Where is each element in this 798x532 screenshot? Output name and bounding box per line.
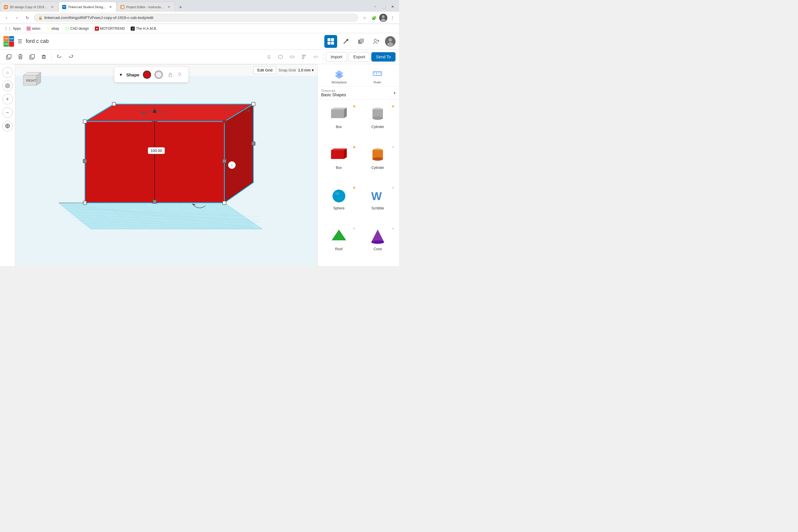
paste-button[interactable]: [15, 52, 26, 62]
shape-item-roof-green[interactable]: ★ Roof: [320, 224, 358, 264]
project-title[interactable]: ford c cab: [26, 38, 321, 44]
home-view-button[interactable]: ⌂: [2, 67, 13, 78]
shape-color-solid[interactable]: [143, 71, 151, 79]
delete-button[interactable]: [38, 52, 49, 62]
star-cylinder-orange[interactable]: ★: [391, 145, 395, 149]
bookmark-motortrend[interactable]: M MOTORTREND: [93, 26, 127, 31]
toolbar-separator-2: [323, 53, 323, 61]
profile-avatar[interactable]: [379, 14, 387, 22]
star-cone-purple[interactable]: ★: [391, 226, 395, 231]
star-icon[interactable]: ☆: [361, 14, 369, 22]
shape-item-box-gray[interactable]: ★ Box: [320, 102, 358, 142]
url-box[interactable]: 🔒 tinkercad.com/things/ltNPTvPowcJ-copy-…: [34, 14, 358, 22]
cad-favicon: [65, 26, 69, 31]
shape-item-cylinder-gray[interactable]: ★ Cylinder: [359, 102, 397, 142]
shape-item-cone-purple[interactable]: ★ Cone: [359, 224, 397, 264]
menu-hamburger-icon[interactable]: ☰: [18, 38, 22, 45]
export-button[interactable]: Export: [348, 52, 370, 62]
tinkercad-logo[interactable]: TIN KER CAD: [3, 36, 14, 47]
bookmark-seton[interactable]: seton: [25, 26, 42, 31]
maximize-button[interactable]: ⬜: [380, 4, 388, 10]
tab-1-close[interactable]: ✕: [50, 5, 55, 10]
bookmark-hamb-label: The H.A.M.B.: [136, 26, 157, 31]
toolbar: Import Export Send To: [0, 50, 399, 64]
star-cylinder-gray[interactable]: ★: [391, 104, 395, 109]
light-button[interactable]: [264, 52, 274, 62]
svg-rect-75: [223, 159, 226, 163]
svg-rect-24: [42, 56, 45, 59]
shape-light-icon[interactable]: [176, 71, 184, 79]
shape-thumb-cylinder-gray: [366, 104, 390, 125]
shape-item-scribble[interactable]: ★ W Scribble: [359, 184, 397, 223]
flip-button[interactable]: [310, 52, 321, 62]
shape-lock-icon[interactable]: [166, 71, 174, 79]
shape-color-hole[interactable]: [155, 71, 163, 79]
viewport[interactable]: 100.00 RIGHT ▼ Shape: [15, 64, 317, 266]
add-user-button[interactable]: [370, 35, 383, 48]
bookmark-hamb[interactable]: J The H.A.M.B.: [129, 26, 159, 31]
bookmark-ebay[interactable]: ebay: [45, 26, 61, 31]
zoom-out-button[interactable]: −: [2, 107, 13, 118]
bookmark-cad[interactable]: CAD design: [63, 26, 91, 31]
back-button[interactable]: ‹: [2, 14, 11, 22]
redo-button[interactable]: [65, 52, 76, 62]
undo-button[interactable]: [54, 52, 64, 62]
star-roof-green[interactable]: ★: [352, 226, 356, 231]
logo-tr: KER: [9, 36, 14, 41]
tab-2[interactable]: TC Tinkercad Student Design Conte... ✕: [58, 2, 117, 12]
shape-dropdown[interactable]: ▼: [119, 73, 123, 77]
shape3d-button[interactable]: [276, 52, 286, 62]
zoom-in-button[interactable]: +: [2, 94, 13, 104]
bookmark-cad-label: CAD design: [70, 26, 89, 31]
fit-view-button[interactable]: [2, 80, 13, 91]
shape-panel: ▼ Shape: [114, 67, 188, 82]
orientation-cube[interactable]: RIGHT: [20, 70, 45, 94]
star-scribble[interactable]: ★: [391, 185, 395, 190]
duplicate-button[interactable]: [27, 52, 37, 62]
forward-button[interactable]: ›: [13, 14, 21, 22]
svg-point-10: [374, 39, 377, 41]
tab-1[interactable]: 66 3D design Copy of 1919 c-cab b... ✕: [0, 2, 58, 12]
svg-rect-86: [169, 74, 172, 77]
workplane-button[interactable]: Workplane: [320, 66, 359, 86]
grid-view-button[interactable]: [324, 35, 337, 48]
shape-icons: [166, 71, 184, 79]
shape2d-button[interactable]: [287, 52, 298, 62]
minimize-button[interactable]: −: [371, 4, 379, 10]
svg-point-107: [373, 157, 383, 161]
close-button[interactable]: ✕: [388, 4, 397, 10]
bookmark-apps[interactable]: ⋮⋮ Apps: [2, 26, 22, 31]
pickaxe-view-button[interactable]: [340, 35, 352, 48]
box-view-button[interactable]: [355, 35, 367, 48]
shape-item-cylinder-orange[interactable]: ★ Cylinder: [359, 143, 397, 183]
tab-2-close[interactable]: ✕: [108, 5, 113, 10]
reload-button[interactable]: ↻: [23, 14, 32, 22]
import-button[interactable]: Import: [326, 52, 347, 62]
menu-icon[interactable]: ⋮: [388, 14, 397, 22]
tab-3-close[interactable]: ✕: [167, 5, 171, 10]
tab-3[interactable]: 📄 Project Editor - Instructables ✕: [117, 2, 175, 12]
star-sphere-blue[interactable]: ★: [352, 185, 356, 190]
extensions-icon[interactable]: 🧩: [370, 14, 378, 22]
user-avatar[interactable]: [385, 36, 396, 47]
copy-button[interactable]: [3, 52, 14, 62]
new-tab-button[interactable]: +: [176, 3, 185, 12]
bookmark-seton-label: seton: [32, 26, 40, 31]
star-box-gray[interactable]: ★: [352, 104, 356, 109]
shape-name-sphere-blue: Sphere: [333, 206, 344, 210]
perspective-button[interactable]: [2, 121, 13, 131]
shape-item-box-red[interactable]: ★ Box: [320, 143, 358, 183]
svg-rect-6: [331, 42, 334, 45]
sendto-button[interactable]: Send To: [371, 52, 396, 61]
logo-br: [9, 41, 14, 47]
ruler-button[interactable]: Ruler: [359, 66, 397, 86]
library-name[interactable]: Basic Shapes: [321, 93, 394, 97]
panel-expand-toggle[interactable]: ›: [228, 161, 236, 169]
align-button[interactable]: [299, 52, 309, 62]
lock-icon: 🔒: [38, 16, 43, 20]
library-dropdown-icon[interactable]: ▾: [394, 91, 396, 95]
shape-item-sphere-blue[interactable]: ★ Sphere: [320, 184, 358, 223]
star-box-red[interactable]: ★: [352, 145, 356, 149]
bookmark-apps-label: Apps: [13, 26, 21, 31]
shape-name-cylinder-orange: Cylinder: [371, 166, 384, 170]
